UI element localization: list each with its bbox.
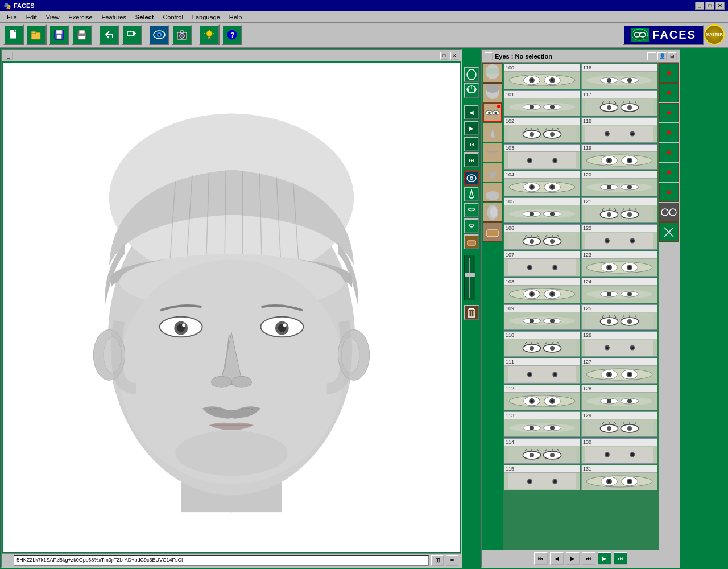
zoom-slider[interactable] bbox=[464, 255, 475, 300]
face-part-misc[interactable] bbox=[464, 234, 479, 249]
eye-cell-100[interactable]: 100 bbox=[504, 64, 580, 89]
thumb-mouth[interactable] bbox=[483, 143, 502, 162]
menu-edit[interactable]: Edit bbox=[22, 13, 42, 22]
list-view-button[interactable]: ≡ bbox=[446, 555, 458, 566]
thumb-nose[interactable] bbox=[483, 123, 502, 142]
eye-cell-113[interactable]: 113 bbox=[504, 411, 580, 437]
eyes-grid[interactable]: 100 116 101 117 102 118 103 119 104 120 … bbox=[503, 63, 659, 550]
scroll-ind-3[interactable] bbox=[659, 103, 679, 122]
face-part-mouth[interactable] bbox=[464, 203, 479, 217]
menu-help[interactable]: Help bbox=[225, 13, 247, 22]
face-part-chin[interactable] bbox=[464, 218, 479, 233]
eye-cell-131[interactable]: 131 bbox=[581, 465, 657, 490]
eye-cell-125[interactable]: 125 bbox=[581, 304, 657, 330]
nav-next-btn[interactable]: ▶ bbox=[566, 552, 580, 565]
face-part-head[interactable] bbox=[464, 67, 479, 82]
eye-cell-126[interactable]: 126 bbox=[581, 331, 657, 357]
save-button[interactable] bbox=[49, 24, 69, 45]
thumb-hair[interactable] bbox=[483, 83, 502, 102]
help-button[interactable]: ? bbox=[222, 24, 242, 45]
menu-select[interactable]: Select bbox=[131, 13, 158, 22]
scroll-ind-4[interactable] bbox=[659, 123, 679, 142]
eye-cell-103[interactable]: 103 bbox=[504, 144, 580, 170]
eyes-profile-btn[interactable]: 👤 bbox=[657, 52, 667, 60]
scroll-ind-9[interactable] bbox=[659, 222, 679, 242]
scroll-ind-1[interactable] bbox=[659, 63, 679, 83]
thumb-head[interactable] bbox=[483, 63, 502, 83]
face-part-hair[interactable] bbox=[464, 83, 479, 98]
eye-cell-120[interactable]: 120 bbox=[581, 171, 657, 196]
view-button[interactable] bbox=[149, 24, 169, 45]
nav-play-all-btn[interactable]: ⏭ bbox=[614, 552, 627, 565]
eye-cell-106[interactable]: 106 bbox=[504, 224, 580, 250]
eye-cell-111[interactable]: 111 bbox=[504, 358, 580, 384]
eye-cell-102[interactable]: 102 bbox=[504, 117, 580, 143]
close-button[interactable]: ✕ bbox=[715, 2, 725, 10]
thumb-ear[interactable] bbox=[483, 203, 502, 222]
delete-button[interactable] bbox=[464, 305, 479, 320]
eye-cell-128[interactable]: 128 bbox=[581, 385, 657, 410]
nav-last[interactable]: ⏭ bbox=[464, 152, 479, 167]
eye-cell-109[interactable]: 109 bbox=[504, 304, 580, 330]
eye-cell-115[interactable]: 115 bbox=[504, 465, 580, 490]
nav-first[interactable]: ⏮ bbox=[464, 137, 479, 151]
eye-cell-122[interactable]: 122 bbox=[581, 224, 657, 250]
grid-view-button[interactable]: ⊞ bbox=[431, 555, 444, 566]
eyes-win-minimize[interactable]: _ bbox=[485, 52, 493, 60]
undo-button[interactable] bbox=[99, 24, 119, 45]
menu-file[interactable]: File bbox=[2, 13, 22, 22]
new-button[interactable] bbox=[3, 24, 24, 45]
title-bar-controls[interactable]: _ □ ✕ bbox=[695, 2, 725, 10]
nav-play-btn[interactable]: ▶ bbox=[598, 552, 611, 565]
eye-cell-124[interactable]: 124 bbox=[581, 278, 657, 303]
eye-cell-127[interactable]: 127 bbox=[581, 358, 657, 384]
nav-prev-btn[interactable]: ◀ bbox=[550, 552, 564, 565]
eye-cell-110[interactable]: 110 bbox=[504, 331, 580, 357]
nav-prev-left[interactable]: ◀ bbox=[464, 105, 479, 119]
eye-cell-117[interactable]: 117 bbox=[581, 90, 657, 116]
eye-cell-118[interactable]: 118 bbox=[581, 117, 657, 143]
nav-first-btn[interactable]: ⏮ bbox=[534, 552, 548, 565]
eyes-grid-btn[interactable]: ⊞ bbox=[668, 52, 677, 60]
eye-cell-105[interactable]: 105 bbox=[504, 197, 580, 223]
redo-button[interactable] bbox=[122, 24, 142, 45]
maximize-button[interactable]: □ bbox=[705, 2, 714, 10]
face-win-restore[interactable]: □ bbox=[440, 52, 448, 60]
eye-cell-116[interactable]: 116 bbox=[581, 64, 657, 89]
face-win-minimize[interactable]: _ bbox=[5, 52, 13, 60]
minimize-button[interactable]: _ bbox=[695, 2, 704, 10]
thumb-misc[interactable] bbox=[483, 222, 502, 242]
eye-cell-119[interactable]: 119 bbox=[581, 144, 657, 170]
eye-cell-123[interactable]: 123 bbox=[581, 251, 657, 277]
eye-cell-121[interactable]: 121 bbox=[581, 197, 657, 223]
scroll-ind-8[interactable] bbox=[659, 203, 679, 222]
menu-language[interactable]: Language bbox=[188, 13, 225, 22]
scroll-ind-2[interactable] bbox=[659, 83, 679, 102]
scroll-ind-6[interactable] bbox=[659, 163, 679, 182]
nav-last-btn[interactable]: ⏭ bbox=[582, 552, 595, 565]
eye-cell-104[interactable]: 104 bbox=[504, 171, 580, 196]
face-part-eyes[interactable] bbox=[464, 171, 479, 185]
thumb-eyes[interactable] bbox=[483, 103, 502, 122]
eye-cell-112[interactable]: 112 bbox=[504, 385, 580, 410]
eye-cell-114[interactable]: 114 bbox=[504, 438, 580, 464]
menu-control[interactable]: Control bbox=[158, 13, 187, 22]
eyes-menu-btn[interactable]: ⋮ bbox=[647, 52, 656, 60]
eye-cell-130[interactable]: 130 bbox=[581, 438, 657, 464]
face-win-close[interactable]: ✕ bbox=[450, 52, 458, 60]
open-button[interactable] bbox=[26, 24, 47, 45]
scroll-ind-5[interactable] bbox=[659, 143, 679, 162]
eye-cell-101[interactable]: 101 bbox=[504, 90, 580, 116]
scroll-ind-7[interactable] bbox=[659, 183, 679, 202]
nav-next-right[interactable]: ▶ bbox=[464, 121, 479, 135]
menu-exercise[interactable]: Exercise bbox=[64, 13, 97, 22]
capture-button[interactable] bbox=[172, 24, 192, 45]
print-button[interactable] bbox=[72, 24, 92, 45]
thumb-chin[interactable] bbox=[483, 183, 502, 202]
eye-cell-129[interactable]: 129 bbox=[581, 411, 657, 437]
light-button[interactable] bbox=[199, 24, 220, 45]
thumb-beard[interactable] bbox=[483, 163, 502, 182]
face-part-nose[interactable] bbox=[464, 187, 479, 201]
eye-cell-108[interactable]: 108 bbox=[504, 278, 580, 303]
menu-view[interactable]: View bbox=[42, 13, 64, 22]
